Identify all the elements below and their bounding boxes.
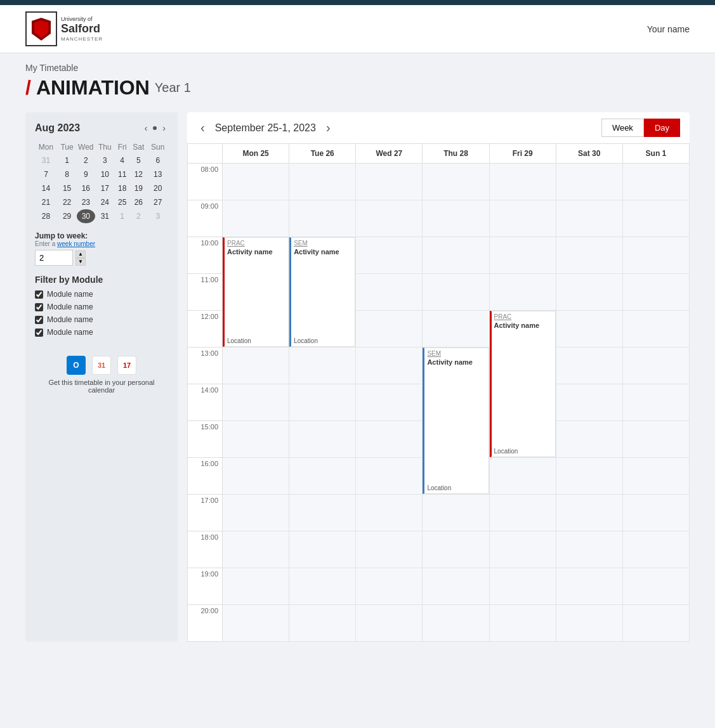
time-slot-label: 13:00 <box>188 348 223 384</box>
mini-cal-date[interactable]: 28 <box>35 209 57 223</box>
mini-cal-date[interactable]: 2 <box>77 153 95 167</box>
jump-spinner-down-btn[interactable]: ▼ <box>75 258 86 266</box>
prev-week-btn[interactable]: ‹ <box>197 119 209 136</box>
cal-slot-cell <box>489 605 556 642</box>
cal-slot-cell <box>622 495 689 531</box>
user-name: Your name <box>647 24 690 34</box>
course-year: Year 1 <box>155 81 191 95</box>
cal-slot-cell <box>556 164 622 200</box>
logo-shield-icon <box>25 11 57 46</box>
mini-cal-date[interactable]: 7 <box>35 167 57 181</box>
mini-cal-date[interactable]: 15 <box>57 181 77 195</box>
cal-slot-cell <box>356 568 423 605</box>
mini-cal-date[interactable]: 1 <box>115 209 129 223</box>
cal-slot-cell: SEMActivity nameLocation <box>423 348 489 495</box>
mini-cal-date[interactable]: 9 <box>77 167 95 181</box>
mini-cal-date[interactable]: 6 <box>147 153 168 167</box>
mini-cal-date[interactable]: 12 <box>129 167 147 181</box>
mini-cal-prev-btn[interactable]: ‹ <box>142 122 150 134</box>
cal-slot-cell <box>223 458 289 495</box>
mini-cal-date[interactable]: 17 <box>95 181 115 195</box>
jump-spinner-up-btn[interactable]: ▲ <box>75 250 86 258</box>
mini-cal-date[interactable]: 23 <box>77 195 95 209</box>
cal-day-header: Thu 28 <box>423 144 489 164</box>
cal-slot-cell <box>289 458 356 495</box>
filter-checkbox[interactable] <box>35 328 43 337</box>
cal-slot-cell <box>556 200 622 237</box>
week-number-link[interactable]: week number <box>57 240 95 247</box>
event-block[interactable]: SEMActivity nameLocation <box>289 237 355 347</box>
time-slot-label: 16:00 <box>188 458 223 495</box>
mini-cal-date[interactable]: 10 <box>95 167 115 181</box>
outlook-icon[interactable]: O <box>67 356 86 375</box>
mini-cal-date[interactable]: 14 <box>35 181 57 195</box>
next-week-btn[interactable]: › <box>322 119 334 136</box>
mini-cal-date[interactable]: 20 <box>147 181 168 195</box>
header-top-bar <box>0 0 715 5</box>
cal-slot-cell <box>289 384 356 421</box>
cal-slot-cell <box>223 384 289 421</box>
ical-icon[interactable]: 17 <box>117 356 136 375</box>
mini-cal-date[interactable]: 29 <box>57 209 77 223</box>
mini-cal-date[interactable]: 26 <box>129 195 147 209</box>
event-type: PRAC <box>494 313 553 320</box>
jump-week-input[interactable] <box>35 250 73 266</box>
mini-cal-next-btn[interactable]: › <box>160 122 168 134</box>
mini-cal-date[interactable]: 5 <box>129 153 147 167</box>
mini-cal-date[interactable]: 31 <box>95 209 115 223</box>
cal-slot-cell <box>489 164 556 200</box>
time-header-cell <box>188 144 223 164</box>
uni-manchester: MANCHESTER <box>61 36 103 42</box>
mini-cal-date[interactable]: 4 <box>115 153 129 167</box>
event-block[interactable]: SEMActivity nameLocation <box>423 348 489 494</box>
event-block[interactable]: PRACActivity nameLocation <box>223 237 289 347</box>
mini-cal-date[interactable]: 22 <box>57 195 77 209</box>
event-type: SEM <box>294 240 352 247</box>
cal-slot-cell <box>289 200 356 237</box>
mini-cal-date[interactable]: 21 <box>35 195 57 209</box>
cal-slot-cell <box>423 274 489 311</box>
cal-slot-cell <box>556 237 622 274</box>
filter-checkbox[interactable] <box>35 290 43 299</box>
cal-slot-cell <box>489 274 556 311</box>
mini-cal-date[interactable]: 24 <box>95 195 115 209</box>
mini-cal-date[interactable]: 11 <box>115 167 129 181</box>
cal-slot-cell <box>356 274 423 311</box>
gcal-icon[interactable]: 31 <box>92 356 111 375</box>
mini-cal-date[interactable]: 27 <box>147 195 168 209</box>
jump-spinner: ▲ ▼ <box>75 250 86 266</box>
jump-to-week: Jump to week: Enter a week number ▲ ▼ <box>35 231 168 266</box>
mini-cal-date[interactable]: 13 <box>147 167 168 181</box>
event-name: Activity name <box>227 248 285 256</box>
mini-cal-date[interactable]: 19 <box>129 181 147 195</box>
day-view-btn[interactable]: Day <box>644 119 680 137</box>
filter-checkbox[interactable] <box>35 303 43 311</box>
gcal-label: 31 <box>98 361 105 369</box>
cal-slot-cell <box>622 605 689 642</box>
cal-slot-cell <box>556 348 622 384</box>
filter-checkbox[interactable] <box>35 316 43 324</box>
filter-label: Module name <box>47 328 93 337</box>
event-block[interactable]: PRACActivity nameLocation <box>490 311 556 457</box>
mini-cal-dot-icon <box>153 126 157 130</box>
week-view-btn[interactable]: Week <box>601 119 644 137</box>
sidebar: Aug 2023 ‹ › MonTueWedThuFriSatSun 31123… <box>25 112 178 642</box>
mini-cal-date[interactable]: 8 <box>57 167 77 181</box>
cal-slot-cell <box>356 421 423 458</box>
mini-cal-date[interactable]: 16 <box>77 181 95 195</box>
cal-slot-cell <box>423 237 489 274</box>
mini-cal-date[interactable]: 3 <box>147 209 168 223</box>
mini-cal-date[interactable]: 25 <box>115 195 129 209</box>
mini-cal-date[interactable]: 3 <box>95 153 115 167</box>
time-slot-label: 17:00 <box>188 495 223 531</box>
cal-slot-cell <box>223 568 289 605</box>
mini-cal-date[interactable]: 1 <box>57 153 77 167</box>
mini-cal-date[interactable]: 31 <box>35 153 57 167</box>
cal-slot-cell <box>289 531 356 568</box>
header: University of Salford MANCHESTER Your na… <box>0 5 715 53</box>
mini-cal-date[interactable]: 2 <box>129 209 147 223</box>
mini-cal-date[interactable]: 30 <box>77 209 95 223</box>
mini-cal-date[interactable]: 18 <box>115 181 129 195</box>
cal-slot-cell <box>289 568 356 605</box>
mini-cal-title: Aug 2023 <box>35 122 80 134</box>
